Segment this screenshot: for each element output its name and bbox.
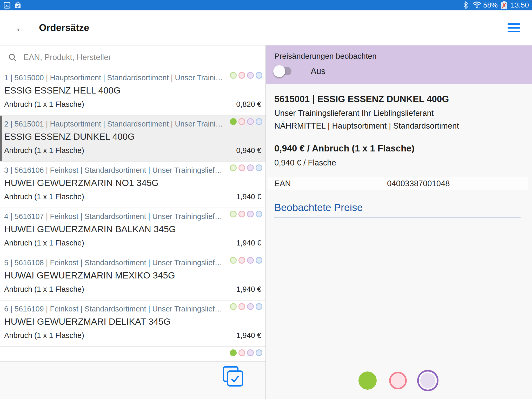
pink-status-dot <box>238 118 245 125</box>
back-arrow-icon[interactable]: ← <box>15 22 27 34</box>
item-meta: 3 | 5616106 | Feinkost | Standardsortime… <box>4 162 235 175</box>
item-unit: Anbruch (1 x 1 Flasche) <box>4 239 84 247</box>
blue-status-dot <box>256 257 262 264</box>
price-watch-banner: Preisänderungen beobachten Aus <box>266 45 532 84</box>
item-unit: Anbruch (1 x 1 Flasche) <box>4 331 84 340</box>
item-price: 0,940 € <box>236 146 261 155</box>
item-price: 0,820 € <box>236 100 261 109</box>
wifi-traffic-arrows: ↓↑ <box>477 6 480 10</box>
item-unit: Anbruch (1 x 1 Flasche) <box>4 285 84 294</box>
purple-status-dot <box>247 118 254 125</box>
search-underline <box>16 67 262 67</box>
item-price: 1,940 € <box>236 239 261 247</box>
detail-product-title: 5615001 | ESSIG ESSENZ DUNKEL 400G <box>274 94 524 104</box>
item-meta: 5 | 5616108 | Feinkost | Standardsortime… <box>4 254 235 267</box>
toggle-state-label: Aus <box>311 66 325 76</box>
green-status-dot <box>230 349 237 356</box>
search-row <box>0 45 265 69</box>
clock: 13:50 <box>511 1 529 9</box>
green-status-dot <box>230 72 237 79</box>
product-list-item[interactable]: 4 | 5616107 | Feinkost | Standardsortime… <box>0 208 265 254</box>
status-dots <box>230 118 262 125</box>
pink-indicator-circle[interactable] <box>389 372 407 389</box>
item-unit: Anbruch (1 x 1 Flasche) <box>4 146 84 155</box>
notification-icons <box>3 1 22 9</box>
hamburger-menu-icon[interactable] <box>508 23 520 32</box>
purple-status-dot <box>247 257 254 264</box>
detail-category: NÄHRMITTEL | Hauptsortiment | Standardso… <box>274 121 524 131</box>
product-list-item[interactable]: 5 | 5616108 | Feinkost | Standardsortime… <box>0 254 265 301</box>
detail-price-sub: 0,940 € / Flasche <box>274 158 524 168</box>
app-screen: ↓↑ 58% ✗ 13:50 ← Ordersätze 1 | 5615000 … <box>0 0 532 399</box>
item-meta: 4 | 5616107 | Feinkost | Standardsortime… <box>4 208 235 221</box>
purple-status-dot <box>247 211 254 217</box>
purple-indicator-circle[interactable] <box>417 370 438 391</box>
pink-status-dot <box>238 72 245 79</box>
pink-status-dot <box>238 303 245 310</box>
green-status-dot <box>230 257 237 264</box>
pink-status-dot <box>238 164 245 171</box>
ean-row: EAN 04003387001048 <box>268 177 528 190</box>
green-status-dot <box>230 118 237 125</box>
item-product-name: HUWAI GEWUERZMARIN MEXIKO 345G <box>4 270 261 281</box>
item-unit: Anbruch (1 x 1 Flasche) <box>4 100 84 109</box>
item-price: 1,940 € <box>236 331 261 340</box>
item-price: 1,940 € <box>236 285 261 294</box>
price-watch-toggle[interactable] <box>274 67 291 75</box>
green-status-dot <box>230 303 237 310</box>
item-price: 1,940 € <box>236 192 261 201</box>
purple-status-dot <box>247 164 254 171</box>
multi-select-check-icon[interactable] <box>223 366 247 391</box>
product-list-item[interactable] <box>0 347 265 361</box>
pink-status-dot <box>238 211 245 217</box>
item-product-name: ESSIG ESSENZ HELL 400G <box>4 85 261 96</box>
item-meta: 6 | 5616109 | Feinkost | Standardsortime… <box>4 301 235 313</box>
detail-price-main: 0,940 € / Anbruch (1 x 1 Flasche) <box>274 143 524 154</box>
status-dots <box>230 72 262 79</box>
purple-status-dot <box>247 349 254 356</box>
blue-status-dot <box>256 72 262 79</box>
green-status-dot <box>230 211 237 217</box>
detail-supplier: Unser Trainingslieferant Ihr Lieblingsli… <box>274 109 524 118</box>
bottom-toolbar <box>0 361 265 399</box>
price-indicator-circles <box>358 370 438 391</box>
product-list: 1 | 5615000 | Hauptsortiment | Standards… <box>0 69 265 361</box>
product-list-item[interactable]: 6 | 5616109 | Feinkost | Standardsortime… <box>0 301 265 347</box>
blue-status-dot <box>256 211 262 217</box>
product-list-item[interactable]: 3 | 5616106 | Feinkost | Standardsortime… <box>0 162 265 208</box>
gallery-icon <box>3 1 11 9</box>
status-bar: ↓↑ 58% ✗ 13:50 <box>0 0 532 10</box>
page-title: Ordersätze <box>39 22 89 33</box>
app-header: ← Ordersätze <box>0 10 532 45</box>
item-product-name: ESSIG ESSENZ DUNKEL 400G <box>4 131 261 142</box>
product-list-item[interactable]: 1 | 5615000 | Hauptsortiment | Standards… <box>0 69 265 116</box>
product-list-panel: 1 | 5615000 | Hauptsortiment | Standards… <box>0 45 266 399</box>
status-dots <box>230 164 262 171</box>
pink-status-dot <box>238 257 245 264</box>
product-list-item[interactable]: 2 | 5615001 | Hauptsortiment | Standards… <box>0 116 265 162</box>
item-meta: 2 | 5615001 | Hauptsortiment | Standards… <box>4 116 235 128</box>
status-dots <box>230 303 262 310</box>
pink-status-dot <box>238 349 245 356</box>
item-meta: 1 | 5615000 | Hauptsortiment | Standards… <box>4 69 235 82</box>
ean-value: 04003387001048 <box>387 179 450 188</box>
battery-percent: 58% <box>483 1 498 9</box>
blue-status-dot <box>256 118 262 125</box>
ean-label: EAN <box>268 179 291 188</box>
observed-prices-heading: Beobachtete Preise <box>274 202 521 217</box>
purple-status-dot <box>247 72 254 79</box>
item-product-name: HUWEI GEWUERZMARIN NO1 345G <box>4 178 261 188</box>
search-icon <box>8 53 17 62</box>
blue-status-dot <box>256 349 262 356</box>
item-unit: Anbruch (1 x 1 Flasche) <box>4 192 84 201</box>
status-dots <box>230 257 262 264</box>
item-product-name: HUWEI GEWUERZMARI DELIKAT 345G <box>4 316 261 327</box>
price-watch-label: Preisänderungen beobachten <box>274 52 524 61</box>
product-detail-panel: Preisänderungen beobachten Aus 5615001 |… <box>266 45 532 399</box>
search-input[interactable] <box>23 53 242 62</box>
green-indicator-circle[interactable] <box>358 371 377 390</box>
shopping-bag-check-icon <box>14 1 22 9</box>
green-status-dot <box>230 164 237 171</box>
item-product-name: HUWEI GEWUERZMARIN BALKAN 345G <box>4 224 261 234</box>
status-dots <box>230 211 262 217</box>
